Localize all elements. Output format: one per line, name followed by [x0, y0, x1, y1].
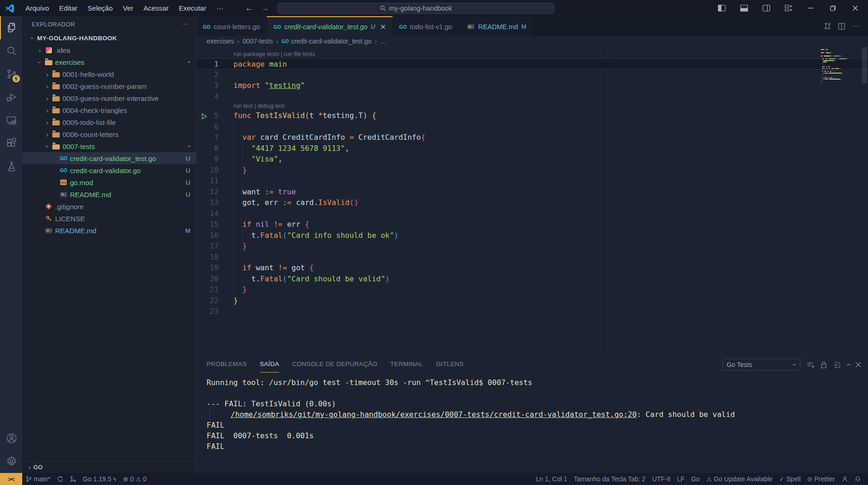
status-notifications[interactable] — [851, 473, 864, 485]
menu-executar[interactable]: Executar — [174, 0, 211, 16]
tree-item--idea[interactable]: ›.idea — [22, 44, 196, 56]
clear-output-icon[interactable] — [806, 361, 814, 369]
minimap-token — [830, 68, 831, 69]
status-prettier[interactable]: ⊘Prettier — [804, 473, 838, 485]
account-icon[interactable] — [0, 427, 22, 450]
tab-readme-md[interactable]: M↓README.mdM — [459, 16, 533, 36]
output-console[interactable]: Running tool: /usr/bin/go test -timeout … — [196, 373, 868, 452]
tree-item--gitignore[interactable]: ›.gitignore — [22, 200, 196, 212]
status-go-update[interactable]: ⚠Go Update Available — [703, 473, 776, 485]
menu-ver[interactable]: Ver — [118, 0, 138, 16]
minimap-token — [821, 49, 824, 50]
editor-scrollbar[interactable] — [862, 47, 867, 83]
back-icon[interactable]: ← — [245, 4, 253, 13]
tree-item-readme-md[interactable]: ›M↓README.mdU — [22, 188, 196, 200]
tree-item-readme-md[interactable]: ›M↓README.mdM — [22, 224, 196, 236]
panel-tab-gitlens[interactable]: GITLENS — [436, 357, 464, 373]
status-eol[interactable]: LF — [674, 473, 688, 485]
menu-acessar[interactable]: Acessar — [138, 0, 174, 16]
explorer-icon[interactable] — [0, 16, 22, 39]
settings-gear-icon[interactable] — [0, 450, 22, 473]
status-tab-size[interactable]: Tamanho da Tecla Tab: 2 — [571, 473, 649, 485]
editor-more-actions-icon[interactable]: ··· — [852, 22, 861, 31]
minimize-icon[interactable] — [800, 0, 821, 16]
codelens-action[interactable]: run package tests | run file tests — [196, 50, 868, 58]
panel-tab-terminal[interactable]: TERMINAL — [390, 357, 423, 373]
status-spell[interactable]: ✓Spell — [776, 473, 804, 485]
output-channel-value: Go Tests — [727, 361, 752, 368]
panel-tab-problemas[interactable]: PROBLEMAS — [207, 357, 247, 373]
tab-todo-list-v1-go[interactable]: GOtodo-list-v1.go — [393, 16, 459, 36]
menu-seleo[interactable]: Seleção — [82, 0, 118, 16]
token — [233, 155, 252, 163]
split-editor-icon[interactable] — [838, 23, 845, 30]
customize-layout-icon[interactable] — [778, 0, 799, 16]
close-panel-icon[interactable] — [855, 361, 862, 368]
breadcrumb-item[interactable]: … — [380, 37, 387, 45]
tree-item-0002-guess-number-param[interactable]: ›0002-guess-number-param — [22, 80, 196, 92]
close-icon[interactable] — [845, 0, 865, 16]
command-center-search[interactable]: my-golang-handbook — [277, 3, 554, 14]
toggle-secondary-sidebar-icon[interactable] — [756, 0, 776, 16]
status-feedback[interactable] — [838, 473, 851, 485]
forward-icon[interactable]: → — [261, 4, 269, 13]
go-outline-section[interactable]: › GO — [22, 460, 196, 473]
menu-editar[interactable]: Editar — [54, 0, 82, 16]
toggle-sidebar-icon[interactable] — [711, 0, 732, 16]
restore-icon[interactable] — [823, 0, 843, 16]
panel-tab-sa-da[interactable]: SAÍDA — [260, 357, 279, 373]
tree-item-0006-count-letters[interactable]: ›0006-count-letters — [22, 128, 196, 140]
minimap-line — [821, 79, 861, 80]
tab-close-icon[interactable] — [380, 24, 386, 30]
testing-icon[interactable] — [0, 155, 22, 178]
tree-item-my-golang-handbook[interactable]: ›MY-GOLANG-HANDBOOK — [22, 32, 196, 44]
remote-indicator[interactable]: >< — [0, 473, 22, 485]
tree-item-exercises[interactable]: ›exercises● — [22, 56, 196, 68]
go-icon: GO — [399, 24, 407, 30]
tree-item-0005-todo-list-file[interactable]: ›0005-todo-list-file — [22, 116, 196, 128]
code-line-16: 16 t.Fatal("Card info should be ok") — [196, 230, 868, 241]
breadcrumb-item[interactable]: 0007-tests — [243, 37, 273, 45]
source-control-icon[interactable]: 5 — [0, 62, 22, 86]
status-sync[interactable] — [54, 473, 67, 485]
tree-item-credit-card-validator-go[interactable]: ›GOcredit-card-validator.goU — [22, 164, 196, 176]
code-editor[interactable]: run package tests | run file tests1packa… — [196, 46, 868, 356]
search-icon[interactable] — [0, 39, 22, 62]
status-language[interactable]: Go — [688, 473, 703, 485]
slash-icon: ⊘ — [807, 475, 812, 483]
run-debug-icon[interactable] — [0, 86, 22, 109]
tab-count-letters-go[interactable]: GOcount-letters.go — [196, 16, 267, 36]
minimap[interactable] — [821, 49, 861, 85]
tree-item-0007-tests[interactable]: ›0007-tests● — [22, 140, 196, 152]
tree-item-0004-check-triangles[interactable]: ›0004-check-triangles — [22, 104, 196, 116]
tab-credit-card-validator-test-go[interactable]: GOcredit-card-validator_test.goU — [267, 16, 392, 36]
tree-item-0001-hello-world[interactable]: ›0001-hello-world — [22, 68, 196, 80]
tree-item-license[interactable]: ›LICENSE — [22, 212, 196, 224]
status-branch[interactable]: main* — [22, 473, 54, 485]
scroll-lock-icon[interactable] — [820, 361, 827, 369]
breadcrumb-item[interactable]: GOcredit-card-validator_test.go — [282, 37, 371, 45]
open-output-in-editor-icon[interactable] — [833, 361, 841, 369]
menu-[interactable]: ··· — [211, 0, 228, 16]
status-encoding[interactable]: UTF-8 — [649, 473, 674, 485]
sidebar-more-actions-icon[interactable]: ··· — [181, 20, 189, 28]
panel-tab-console-de-depura-o[interactable]: CONSOLE DE DEPURAÇÃO — [292, 357, 377, 373]
breadcrumb-item[interactable]: exercises — [207, 37, 234, 45]
maximize-panel-icon[interactable]: › — [843, 363, 852, 366]
compare-changes-icon[interactable] — [824, 22, 831, 30]
tree-item-credit-card-validator-test-go[interactable]: ›GOcredit-card-validator_test.goU — [22, 152, 196, 164]
tree-item-0003-guess-number-interactive[interactable]: ›0003-guess-number-interactive — [22, 92, 196, 104]
toggle-panel-icon[interactable] — [734, 0, 754, 16]
tree-item-go-mod[interactable]: ›GOgo.modU — [22, 176, 196, 188]
status-problems[interactable]: ⊗0⚠0 — [120, 473, 150, 485]
remote-explorer-icon[interactable] — [0, 109, 22, 132]
token: ) — [354, 198, 359, 207]
codelens-action[interactable]: run test | debug test — [196, 102, 868, 110]
output-file-link[interactable]: /home/sombriks/git/my-golang-handbook/ex… — [231, 410, 637, 419]
status-git-graph[interactable] — [67, 473, 80, 485]
menu-arquivo[interactable]: Arquivo — [20, 0, 54, 16]
extensions-icon[interactable] — [0, 132, 22, 155]
output-channel-select[interactable]: Go Tests › — [723, 359, 800, 371]
status-cursor-position[interactable]: Ln 1, Col 1 — [533, 473, 571, 485]
status-go-version[interactable]: Go 1.19.5ϟ — [80, 473, 120, 485]
